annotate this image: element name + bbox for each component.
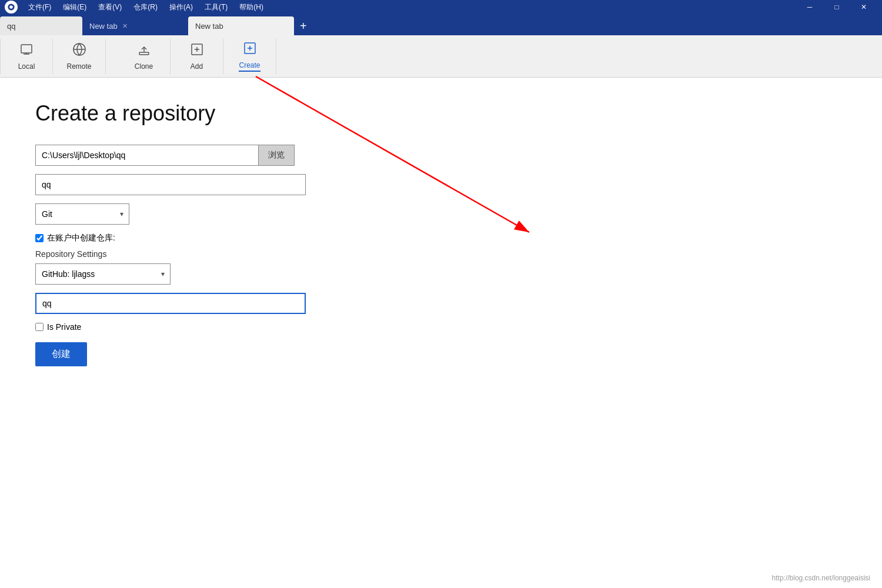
create-in-account-row: 在账户中创建仓库: (35, 233, 847, 243)
vcs-row: Git Mercurial (35, 203, 847, 225)
menu-view[interactable]: 查看(V) (92, 1, 128, 14)
path-row: 浏览 (35, 145, 847, 166)
create-in-account-label: 在账户中创建仓库: (47, 233, 115, 243)
create-icon (243, 41, 257, 59)
tab-close-icon[interactable]: ✕ (122, 22, 128, 30)
svg-rect-2 (21, 45, 32, 53)
repo-settings-label: Repository Settings (35, 249, 847, 259)
create-button[interactable]: 创建 (35, 342, 87, 366)
toolbar-local[interactable]: Local (0, 39, 53, 74)
svg-point-1 (9, 5, 13, 9)
toolbar-local-label: Local (18, 62, 35, 71)
vcs-select-wrapper: Git Mercurial (35, 203, 129, 225)
create-btn-row: 创建 (35, 338, 847, 366)
svg-rect-6 (139, 52, 149, 55)
tab-qq[interactable]: qq (0, 16, 82, 35)
toolbar-remote[interactable]: Remote (53, 39, 106, 74)
repo-name-input[interactable] (35, 293, 306, 314)
vcs-select[interactable]: Git Mercurial (35, 203, 129, 225)
tab-newtab-1[interactable]: New tab ✕ (82, 16, 188, 35)
toolbar-create[interactable]: Create (223, 39, 276, 74)
account-row: GitHub: ljlagss (35, 263, 847, 285)
tabs-row: qq New tab ✕ New tab + (0, 14, 882, 35)
menu-repo[interactable]: 仓库(R) (128, 1, 163, 14)
tab-newtab-1-label: New tab (89, 22, 118, 31)
toolbar-remote-label: Remote (66, 62, 91, 71)
menu-tools[interactable]: 工具(T) (199, 1, 233, 14)
create-in-account-checkbox[interactable] (35, 234, 44, 242)
name-input[interactable] (35, 174, 306, 195)
account-select[interactable]: GitHub: ljlagss (35, 263, 171, 285)
is-private-label: Is Private (47, 322, 81, 332)
menu-edit[interactable]: 编辑(E) (57, 1, 92, 14)
toolbar: Local Remote Clone (0, 35, 882, 78)
remote-icon (72, 42, 86, 60)
menu-file[interactable]: 文件(F) (22, 1, 57, 14)
add-icon (190, 42, 204, 60)
footer-watermark: http://blog.csdn.net/longgeaisisi (772, 574, 870, 582)
toolbar-clone[interactable]: Clone (118, 39, 171, 74)
toolbar-clone-label: Clone (135, 62, 153, 71)
browse-button[interactable]: 浏览 (259, 145, 295, 166)
new-tab-button[interactable]: + (294, 16, 313, 35)
app-logo (5, 1, 18, 14)
tab-newtab-2[interactable]: New tab (188, 16, 294, 35)
clone-icon (137, 42, 151, 60)
repo-name-row (35, 293, 847, 314)
toolbar-add-label: Add (191, 62, 203, 71)
tab-newtab-2-label: New tab (195, 22, 223, 31)
local-icon (19, 42, 34, 60)
toolbar-create-label: Create (239, 61, 260, 72)
menu-bar: 文件(F) 编辑(E) 查看(V) 仓库(R) 操作(A) 工具(T) 帮助(H… (0, 0, 882, 14)
tab-qq-label: qq (7, 22, 15, 31)
path-input[interactable] (35, 145, 259, 166)
page-title: Create a repository (35, 101, 847, 126)
account-select-wrapper: GitHub: ljlagss (35, 263, 171, 285)
is-private-checkbox[interactable] (35, 323, 44, 331)
name-row (35, 174, 847, 195)
menu-help[interactable]: 帮助(H) (233, 1, 269, 14)
menu-action[interactable]: 操作(A) (163, 1, 199, 14)
is-private-row: Is Private (35, 322, 847, 332)
toolbar-add[interactable]: Add (171, 39, 223, 74)
main-content: Create a repository 浏览 Git Mercurial 在账户… (0, 78, 882, 553)
